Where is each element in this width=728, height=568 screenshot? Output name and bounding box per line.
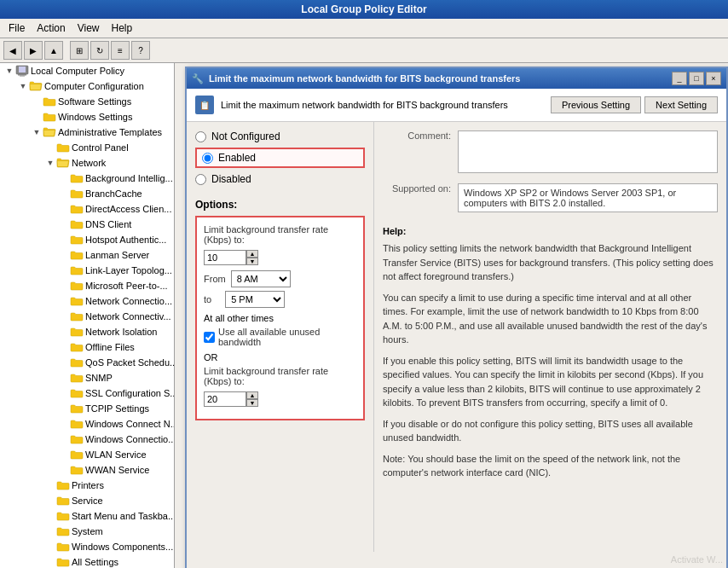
from-dropdown[interactable]: 8 AM 9 AM 10 AM 12 PM: [231, 270, 291, 287]
header-icon: 📋: [195, 96, 214, 114]
close-button[interactable]: ×: [706, 72, 721, 85]
tree-item-ms-peer[interactable]: Microsoft Peer-to-...: [0, 278, 174, 293]
tree-item-system[interactable]: System: [0, 524, 174, 539]
tree-item-network-isolation[interactable]: Network Isolation: [0, 324, 174, 339]
tree-label-ssl-config: SSL Configuration S...: [85, 388, 175, 398]
radio-disabled-input[interactable]: [195, 174, 206, 185]
dialog-body: Not Configured Enabled Disabled: [187, 122, 726, 552]
app-menubar: File Action View Help: [0, 19, 728, 38]
tree-icon-ms-peer: [70, 279, 84, 293]
tree-icon-windows-connect: [70, 417, 84, 431]
tree-label-direct-access: DirectAccess Clien...: [85, 204, 171, 214]
tree-item-direct-access[interactable]: DirectAccess Clien...: [0, 201, 174, 217]
tree-icon-windows-components: [56, 540, 70, 554]
tree-item-wlan-service[interactable]: WLAN Service: [0, 447, 174, 462]
radio-enabled-input[interactable]: [202, 153, 213, 164]
limit-top-spin-up[interactable]: ▲: [246, 250, 258, 258]
menu-help[interactable]: Help: [107, 20, 138, 36]
tree-item-qos-packet[interactable]: QoS Packet Schedu...: [0, 355, 174, 370]
properties-button[interactable]: ≡: [111, 41, 130, 60]
tree-item-wwan-service[interactable]: WWAN Service: [0, 462, 174, 478]
to-dropdown[interactable]: 5 PM 4 PM 6 PM: [225, 291, 285, 308]
limit-top-spin-btns: ▲ ▼: [246, 250, 258, 265]
prev-setting-button[interactable]: Previous Setting: [551, 96, 641, 113]
tree-expand-system: [44, 525, 56, 537]
limit-top-input[interactable]: [204, 250, 246, 265]
supported-label: Supported on:: [383, 183, 451, 194]
tree-expand-network: ▼: [44, 157, 56, 169]
help-toolbar-button[interactable]: ?: [131, 41, 150, 60]
tree-item-hotspot-auth[interactable]: Hotspot Authentic...: [0, 232, 174, 247]
tree-expand-direct-access: [58, 203, 70, 215]
tree-item-start-menu[interactable]: Start Menu and Taskba...: [0, 508, 174, 524]
tree-icon-all-settings: [56, 555, 70, 568]
radio-enabled[interactable]: Enabled: [195, 148, 365, 168]
tree-item-background-intelli[interactable]: Background Intellig...: [0, 171, 174, 186]
maximize-button[interactable]: □: [689, 72, 704, 85]
minimize-button[interactable]: _: [672, 72, 687, 85]
tree-item-windows-components[interactable]: Windows Components...: [0, 539, 174, 554]
tree-label-background-intelli: Background Intellig...: [85, 173, 173, 183]
tree-expand-network-isolation: [58, 326, 70, 338]
forward-button[interactable]: ▶: [24, 41, 43, 60]
help-paragraph: You can specify a limit to use during a …: [383, 291, 718, 347]
radio-not-configured[interactable]: Not Configured: [195, 130, 365, 142]
tree-expand-windows-connecti2: [58, 433, 70, 445]
limit-bottom-input[interactable]: [204, 391, 246, 407]
tree-label-system: System: [72, 526, 103, 536]
radio-not-configured-input[interactable]: [195, 131, 206, 142]
menu-action[interactable]: Action: [32, 20, 70, 36]
up-button[interactable]: ▲: [44, 41, 63, 60]
tree-item-windows-connecti2[interactable]: Windows Connectio...: [0, 432, 174, 447]
tree-item-admin-templates[interactable]: ▼Administrative Templates: [0, 125, 174, 140]
tree-label-hotspot-auth: Hotspot Authentic...: [85, 235, 166, 245]
menu-file[interactable]: File: [3, 20, 30, 36]
unused-bandwidth-checkbox[interactable]: [204, 332, 215, 343]
tree-expand-start-menu: [44, 510, 56, 522]
limit-top-spin-down[interactable]: ▼: [246, 258, 258, 265]
options-label: Options:: [195, 199, 365, 211]
limit-top-label: Limit background transfer rate (Kbps) to…: [204, 224, 356, 245]
tree-item-windows-settings[interactable]: Windows Settings: [0, 109, 174, 125]
tree-icon-ssl-config: [70, 386, 84, 400]
comment-textarea[interactable]: [458, 130, 718, 173]
tree-item-lanman-server[interactable]: Lanman Server: [0, 247, 174, 263]
tree-item-tcpip-settings[interactable]: TCPIP Settings: [0, 401, 174, 416]
tree-label-software-settings: Software Settings: [58, 96, 131, 107]
tree-item-software-settings[interactable]: Software Settings: [0, 94, 174, 109]
tree-label-service: Service: [72, 496, 103, 506]
tree-item-branch-cache[interactable]: BranchCache: [0, 186, 174, 201]
tree-item-network[interactable]: ▼Network: [0, 155, 174, 171]
tree-item-ssl-config[interactable]: SSL Configuration S...: [0, 385, 174, 401]
tree-item-service[interactable]: Service: [0, 493, 174, 508]
tree-item-dns-client[interactable]: DNS Client: [0, 217, 174, 232]
tree-icon-control-panel: [56, 141, 70, 154]
menu-view[interactable]: View: [72, 20, 105, 36]
tree-item-network-conn[interactable]: Network Connectio...: [0, 293, 174, 309]
tree-panel: ▼Local Computer Policy▼Computer Configur…: [0, 63, 175, 568]
tree-item-windows-connect[interactable]: Windows Connect N...: [0, 416, 174, 432]
dialog-header: 📋 Limit the maximum network bandwidth fo…: [187, 89, 726, 122]
next-setting-button[interactable]: Next Setting: [644, 96, 718, 113]
checkbox-row: Use all available unused bandwidth: [204, 327, 356, 347]
tree-icon-background-intelli: [70, 171, 84, 185]
tree-item-control-panel[interactable]: Control Panel: [0, 140, 174, 155]
tree-item-printers[interactable]: Printers: [0, 478, 174, 493]
limit-bottom-spin-down[interactable]: ▼: [246, 399, 258, 407]
limit-bottom-spin-up[interactable]: ▲: [246, 391, 258, 399]
tree-item-offline-files[interactable]: Offline Files: [0, 339, 174, 355]
tree-item-computer-config[interactable]: ▼Computer Configuration: [0, 78, 174, 94]
tree-item-local-computer-policy[interactable]: ▼Local Computer Policy: [0, 63, 174, 78]
show-hide-button[interactable]: ⊞: [70, 41, 89, 60]
help-paragraph: Note: You should base the limit on the s…: [383, 452, 718, 480]
tree-item-link-layer-topo[interactable]: Link-Layer Topolog...: [0, 263, 174, 278]
radio-disabled[interactable]: Disabled: [195, 173, 365, 185]
tree-item-snmp[interactable]: SNMP: [0, 370, 174, 385]
tree-item-network-connect2[interactable]: Network Connectiv...: [0, 309, 174, 324]
refresh-button[interactable]: ↻: [90, 41, 109, 60]
tree-expand-snmp: [58, 372, 70, 384]
tree-label-all-settings: All Settings: [72, 557, 118, 567]
tree-expand-qos-packet: [58, 356, 70, 368]
back-button[interactable]: ◀: [3, 41, 22, 60]
tree-item-all-settings[interactable]: All Settings: [0, 554, 174, 568]
